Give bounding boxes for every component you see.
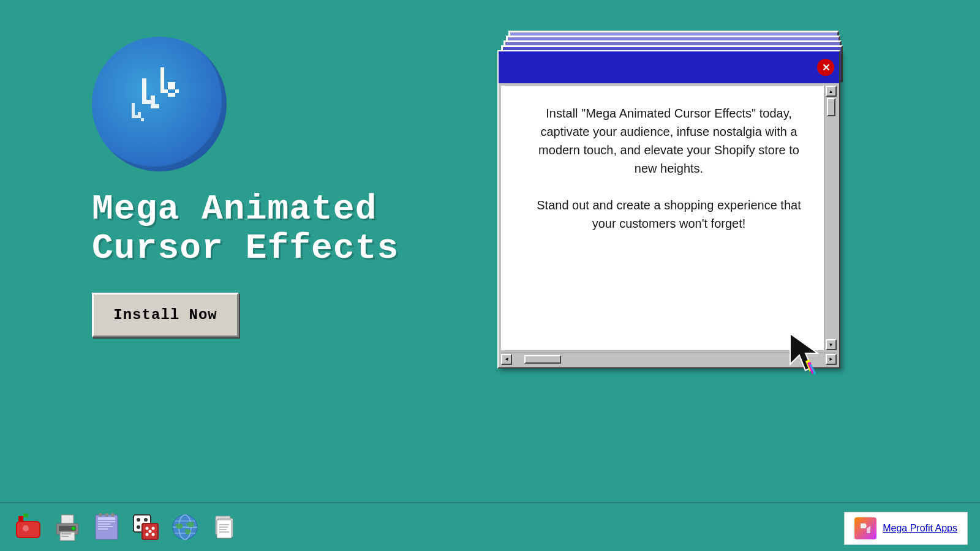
svg-rect-22: [138, 115, 141, 118]
svg-rect-9: [172, 82, 175, 86]
left-section: Mega Animated Cursor Effects Install Now: [92, 37, 429, 337]
svg-rect-17: [132, 109, 135, 112]
svg-rect-7: [164, 89, 168, 93]
svg-rect-26: [142, 87, 146, 91]
app-logo: [92, 37, 227, 171]
svg-rect-49: [61, 536, 69, 537]
svg-point-67: [152, 527, 155, 530]
close-icon: ✕: [822, 62, 830, 73]
svg-rect-27: [142, 91, 146, 96]
svg-rect-33: [155, 104, 159, 108]
svg-rect-53: [98, 521, 115, 522]
window-titlebar: ✕: [499, 51, 839, 83]
svg-rect-30: [146, 100, 151, 104]
svg-rect-52: [98, 517, 115, 520]
svg-rect-15: [132, 103, 135, 106]
svg-rect-12: [168, 93, 172, 97]
app-title: Mega Animated Cursor Effects: [92, 190, 429, 268]
svg-rect-16: [132, 106, 135, 109]
svg-point-50: [72, 527, 75, 530]
svg-rect-3: [160, 78, 164, 82]
svg-point-69: [152, 533, 155, 536]
globe-icon[interactable]: [169, 511, 201, 543]
window-text-area: Install "Mega Animated Cursor Effects" t…: [501, 86, 837, 350]
scroll-thumb-h[interactable]: [524, 355, 561, 364]
dice-icon[interactable]: [130, 511, 162, 543]
svg-rect-31: [151, 96, 155, 100]
svg-point-66: [146, 527, 149, 530]
dialog-paragraph-1: Install "Mega Animated Cursor Effects" t…: [526, 104, 812, 178]
svg-point-68: [146, 533, 149, 536]
svg-rect-8: [168, 86, 172, 89]
svg-rect-18: [132, 112, 135, 115]
svg-rect-55: [98, 526, 113, 527]
window-close-button[interactable]: ✕: [817, 59, 834, 76]
svg-point-70: [149, 530, 152, 533]
taskbar-left: [12, 511, 240, 543]
svg-rect-21: [138, 112, 141, 115]
svg-point-63: [137, 525, 140, 529]
svg-rect-5: [160, 86, 164, 89]
svg-rect-0: [160, 67, 164, 71]
printer-icon[interactable]: [51, 511, 83, 543]
window-stack-container: ✕ Install "Mega Animated Cursor Effects"…: [502, 31, 870, 422]
install-now-button[interactable]: Install Now: [92, 293, 239, 337]
svg-point-62: [144, 518, 148, 522]
svg-rect-6: [160, 89, 164, 93]
svg-rect-40: [23, 514, 28, 517]
svg-rect-29: [142, 100, 146, 104]
documents-icon[interactable]: [208, 511, 240, 543]
svg-rect-24: [142, 78, 146, 83]
svg-marker-35: [790, 334, 818, 370]
svg-point-58: [105, 513, 108, 517]
scroll-up-arrow[interactable]: ▲: [826, 86, 837, 97]
svg-point-59: [111, 513, 115, 517]
svg-rect-39: [18, 516, 23, 521]
apple-icon[interactable]: [12, 511, 44, 543]
svg-rect-19: [132, 115, 135, 118]
svg-rect-25: [142, 83, 146, 87]
profit-apps-logo-icon: [854, 517, 876, 539]
svg-rect-28: [142, 96, 146, 100]
svg-rect-20: [135, 115, 138, 118]
profit-apps-label: Mega Profit Apps: [883, 523, 957, 534]
svg-rect-2: [160, 75, 164, 78]
scroll-track: [512, 355, 826, 364]
svg-rect-54: [98, 523, 110, 525]
svg-rect-78: [217, 520, 232, 538]
svg-rect-32: [151, 100, 155, 104]
svg-rect-34: [151, 104, 155, 108]
svg-rect-14: [175, 89, 179, 93]
svg-rect-4: [160, 82, 164, 86]
svg-rect-48: [61, 533, 71, 534]
svg-rect-11: [172, 86, 175, 89]
svg-point-61: [137, 518, 140, 522]
animated-cursor: [784, 328, 833, 377]
dialog-paragraph-2: Stand out and create a shopping experien…: [526, 196, 812, 233]
taskbar: Mega Profit Apps: [0, 502, 980, 551]
svg-rect-23: [141, 118, 144, 121]
svg-point-57: [99, 513, 102, 517]
vertical-scrollbar[interactable]: ▲ ▼: [824, 86, 837, 350]
notepad-icon[interactable]: [91, 511, 123, 543]
svg-point-43: [23, 525, 29, 531]
svg-rect-10: [168, 82, 172, 86]
svg-rect-56: [98, 528, 108, 530]
profit-apps-badge[interactable]: Mega Profit Apps: [844, 512, 968, 545]
svg-rect-13: [172, 93, 175, 97]
main-window: ✕ Install "Mega Animated Cursor Effects"…: [497, 50, 840, 369]
scroll-thumb[interactable]: [827, 98, 835, 116]
svg-rect-1: [160, 71, 164, 75]
scroll-left-arrow[interactable]: ◄: [501, 354, 512, 365]
window-stack: ✕ Install "Mega Animated Cursor Effects"…: [502, 31, 845, 373]
